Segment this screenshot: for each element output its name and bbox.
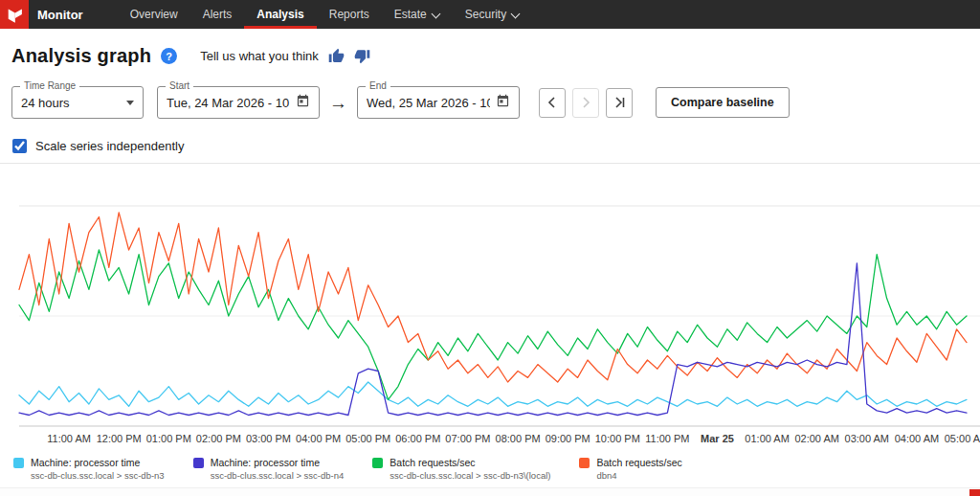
series-swatch-cyan [13, 458, 24, 468]
chevron-left-icon [546, 96, 558, 109]
analysis-page: Monitor Overview Alerts Analysis Reports… [0, 0, 980, 496]
legend-sub: ssc-db-clus.ssc.local > ssc-db-n3\(local… [390, 470, 550, 483]
title-row: Analysis graph ? Tell us what you think [11, 45, 980, 67]
brand-logo[interactable] [0, 0, 29, 29]
scale-option-row: Scale series independently [12, 139, 980, 153]
chevron-right-icon [580, 96, 591, 109]
chart-legend: Machine: processor time ssc-db-clus.ssc.… [13, 456, 682, 483]
end-date-value: Wed, 25 Mar 2026 - 10: [367, 96, 490, 110]
next-range-button[interactable] [572, 88, 599, 118]
legend-name: Machine: processor time [31, 456, 165, 470]
page-title: Analysis graph [11, 45, 151, 67]
series-line-2[interactable] [19, 250, 967, 399]
screen-edge-artifact [969, 489, 980, 496]
x-tick-label: 04:00 AM [895, 433, 939, 444]
series-line-0[interactable] [19, 382, 967, 406]
compare-baseline-button[interactable]: Compare baseline [656, 87, 790, 118]
x-tick-label: 11:00 AM [47, 433, 91, 444]
chevron-down-icon [511, 9, 520, 17]
chevron-down-icon [432, 9, 440, 17]
skip-to-latest-button[interactable] [606, 88, 633, 118]
x-tick-label: 05:00 PM [345, 433, 390, 444]
nav-item-security[interactable]: Security [453, 0, 532, 29]
end-date-label: End [366, 80, 390, 92]
x-tick-label: Mar 25 [701, 433, 734, 444]
nav-item-analysis[interactable]: Analysis [244, 0, 316, 29]
x-tick-label: 12:00 PM [97, 433, 142, 444]
legend-item-processor-n3[interactable]: Machine: processor time ssc-db-clus.ssc.… [13, 456, 165, 483]
nav-item-overview[interactable]: Overview [118, 0, 190, 29]
x-tick-label: 08:00 PM [496, 433, 541, 444]
start-date-label: Start [166, 80, 193, 92]
legend-sub: dbn4 [596, 470, 681, 483]
feedback-prompt: Tell us what you think [200, 49, 319, 63]
top-nav: Monitor Overview Alerts Analysis Reports… [0, 0, 980, 29]
x-tick-label: 02:00 AM [794, 433, 838, 444]
x-tick-label: 07:00 PM [445, 433, 490, 444]
x-tick-label: 09:00 PM [546, 433, 590, 444]
scale-series-checkbox[interactable] [12, 139, 27, 153]
start-date-input[interactable]: Start Tue, 24 Mar 2026 - 10:0 [157, 86, 320, 119]
series-line-3[interactable] [19, 213, 967, 382]
x-tick-label: 01:00 AM [745, 433, 789, 444]
series-line-1[interactable] [19, 263, 967, 416]
help-icon[interactable]: ? [161, 48, 177, 64]
x-tick-label: 02:00 PM [196, 433, 241, 444]
legend-sub: ssc-db-clus.ssc.local > ssc-db-n3 [31, 470, 165, 483]
series-swatch-green [372, 458, 383, 468]
calendar-icon[interactable] [296, 94, 310, 112]
legend-name: Batch requests/sec [390, 456, 550, 470]
nav-item-security-label: Security [465, 8, 506, 21]
series-swatch-orange [579, 458, 590, 468]
series-swatch-indigo [193, 458, 204, 468]
previous-range-button[interactable] [539, 88, 566, 118]
brand-logo-icon [4, 4, 25, 25]
time-range-select[interactable]: Time Range 24 hours [11, 86, 144, 119]
nav-item-reports[interactable]: Reports [317, 0, 382, 29]
x-tick-label: 05:00 AM [945, 433, 980, 444]
start-date-value: Tue, 24 Mar 2026 - 10:0 [167, 96, 290, 110]
x-tick-label: 04:00 PM [296, 433, 341, 444]
thumbs-down-icon[interactable] [354, 48, 370, 64]
chevron-down-icon [126, 101, 134, 105]
time-range-label: Time Range [20, 80, 79, 92]
nav-item-alerts[interactable]: Alerts [190, 0, 245, 29]
arrow-right-icon: → [329, 94, 347, 112]
analysis-chart[interactable]: 11:00 AM12:00 PM01:00 PM02:00 PM03:00 PM… [0, 196, 980, 450]
app-title: Monitor [29, 0, 93, 29]
scale-series-label[interactable]: Scale series independently [35, 139, 184, 153]
time-range-value: 24 hours [21, 96, 70, 110]
x-tick-label: 06:00 PM [395, 433, 440, 444]
nav-item-estate-label: Estate [394, 8, 427, 21]
end-date-input[interactable]: End Wed, 25 Mar 2026 - 10: [357, 86, 520, 119]
x-tick-label: 01:00 PM [146, 433, 191, 444]
controls-row: Time Range 24 hours Start Tue, 24 Mar 20… [11, 86, 980, 119]
bottom-edge [0, 487, 980, 496]
thumbs-up-icon[interactable] [328, 48, 345, 64]
calendar-icon[interactable] [496, 94, 510, 112]
legend-item-batch-n3[interactable]: Batch requests/sec ssc-db-clus.ssc.local… [372, 456, 550, 483]
x-tick-label: 03:00 PM [246, 433, 291, 444]
time-stepper [539, 88, 633, 118]
nav-item-estate[interactable]: Estate [382, 0, 453, 29]
section-divider [0, 163, 980, 164]
x-tick-label: 11:00 PM [645, 433, 689, 444]
skip-to-latest-icon [613, 96, 626, 109]
legend-name: Batch requests/sec [596, 456, 681, 470]
legend-sub: ssc-db-clus.ssc.local > ssc-db-n4 [211, 470, 345, 483]
legend-item-batch-dbn4[interactable]: Batch requests/sec dbn4 [579, 456, 681, 483]
legend-item-processor-n4[interactable]: Machine: processor time ssc-db-clus.ssc.… [193, 456, 345, 483]
legend-name: Machine: processor time [211, 456, 345, 470]
x-tick-label: 10:00 PM [595, 433, 640, 444]
x-tick-label: 03:00 AM [845, 433, 889, 444]
